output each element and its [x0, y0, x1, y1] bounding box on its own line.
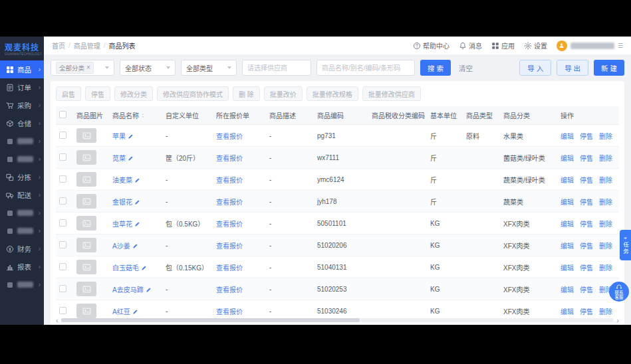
- view-quote-link[interactable]: 查看报价: [216, 133, 243, 140]
- bulk-button-1[interactable]: 停售: [85, 86, 110, 101]
- row-op-stop-sale[interactable]: 停售: [580, 286, 593, 294]
- row-op-delete[interactable]: 删除: [599, 308, 612, 316]
- row-op-stop-sale[interactable]: 停售: [580, 221, 593, 228]
- row-checkbox[interactable]: [59, 307, 66, 314]
- row-op-stop-sale[interactable]: 停售: [580, 242, 593, 250]
- product-name-link[interactable]: 虫草花: [112, 221, 132, 228]
- bulk-button-6[interactable]: 批量修改规格: [307, 86, 358, 101]
- create-button[interactable]: 新 建: [594, 60, 624, 76]
- row-op-stop-sale[interactable]: 停售: [580, 199, 593, 206]
- import-button[interactable]: 导 入: [519, 60, 551, 76]
- topbar-action-bell[interactable]: 消息: [459, 41, 482, 50]
- bulk-button-0[interactable]: 启售: [56, 86, 81, 101]
- view-quote-link[interactable]: 查看报价: [216, 177, 243, 184]
- scrollbar-track[interactable]: [61, 318, 614, 322]
- breadcrumb-item[interactable]: 商品列表: [109, 41, 136, 50]
- sidebar-item-分拣[interactable]: 分拣›: [0, 168, 44, 186]
- product-name-link[interactable]: 苹果: [112, 133, 126, 140]
- row-op-delete[interactable]: 删除: [599, 221, 612, 228]
- row-op-delete[interactable]: 删除: [599, 155, 612, 162]
- topbar-action-gear[interactable]: 设置: [524, 41, 547, 50]
- sidebar-item-blurred-12[interactable]: ›: [0, 276, 44, 294]
- row-op-stop-sale[interactable]: 停售: [580, 308, 593, 316]
- sidebar-item-blurred-4[interactable]: ›: [0, 132, 44, 150]
- row-checkbox[interactable]: [59, 241, 66, 248]
- row-op-edit[interactable]: 编辑: [561, 199, 574, 206]
- sidebar-item-采购[interactable]: 采购›: [0, 96, 44, 114]
- product-name-link[interactable]: A去皮马蹄: [112, 286, 144, 294]
- column-header-check[interactable]: [56, 106, 73, 125]
- row-checkbox[interactable]: [59, 153, 66, 161]
- row-op-edit[interactable]: 编辑: [561, 286, 574, 294]
- bulk-button-5[interactable]: 批量改价: [264, 86, 303, 101]
- user-menu[interactable]: ☰: [557, 41, 623, 51]
- row-checkbox[interactable]: [59, 132, 66, 139]
- search-button[interactable]: 搜 索: [420, 60, 451, 76]
- product-name-link[interactable]: 油麦菜: [112, 177, 132, 184]
- view-quote-link[interactable]: 查看报价: [216, 242, 243, 250]
- view-quote-link[interactable]: 查看报价: [216, 308, 243, 316]
- sidebar-item-blurred-5[interactable]: ›: [0, 150, 44, 168]
- view-quote-link[interactable]: 查看报价: [216, 199, 243, 206]
- row-op-edit[interactable]: 编辑: [561, 221, 574, 228]
- row-op-edit[interactable]: 编辑: [561, 177, 574, 184]
- row-checkbox[interactable]: [59, 263, 66, 270]
- topbar-action-apps[interactable]: 应用: [491, 41, 515, 50]
- sidebar-item-仓储[interactable]: 仓储›: [0, 114, 44, 132]
- contact-service-button[interactable]: 联系客服: [609, 282, 629, 302]
- scroll-left-icon[interactable]: ‹: [56, 317, 59, 324]
- product-name-link[interactable]: 金银花: [112, 199, 132, 206]
- category-filter[interactable]: 全部分类 ×: [51, 60, 114, 76]
- scroll-right-icon[interactable]: ›: [616, 317, 619, 324]
- supplier-input[interactable]: [242, 60, 311, 76]
- row-op-stop-sale[interactable]: 停售: [580, 133, 593, 140]
- sidebar-item-订单[interactable]: 订单›: [0, 78, 44, 96]
- topbar-action-help[interactable]: 帮助中心: [413, 41, 449, 50]
- view-quote-link[interactable]: 查看报价: [216, 221, 243, 228]
- row-op-delete[interactable]: 删除: [599, 264, 612, 272]
- clear-button[interactable]: 清空: [456, 60, 475, 76]
- row-op-stop-sale[interactable]: 停售: [580, 177, 593, 184]
- breadcrumb-item[interactable]: 商品管理: [74, 41, 100, 50]
- sidebar-item-blurred-8[interactable]: ›: [0, 204, 44, 222]
- row-checkbox[interactable]: [59, 285, 66, 292]
- breadcrumb-item[interactable]: 首页: [52, 41, 65, 50]
- scrollbar-thumb[interactable]: [61, 318, 360, 322]
- row-op-edit[interactable]: 编辑: [561, 133, 574, 140]
- sidebar-item-报表[interactable]: 报表›: [0, 258, 44, 276]
- row-op-edit[interactable]: 编辑: [561, 155, 574, 162]
- keyword-input[interactable]: [316, 60, 415, 76]
- sidebar-item-配送[interactable]: 配送›: [0, 186, 44, 204]
- row-op-delete[interactable]: 删除: [599, 177, 612, 184]
- row-op-edit[interactable]: 编辑: [561, 242, 574, 250]
- sidebar-item-商品[interactable]: 商品›: [0, 60, 44, 78]
- product-name-link[interactable]: 苋菜: [112, 155, 126, 162]
- sidebar-item-财务[interactable]: 财务›: [0, 240, 44, 258]
- row-op-edit[interactable]: 编辑: [561, 264, 574, 272]
- tag-close-icon[interactable]: ×: [86, 64, 90, 71]
- row-op-stop-sale[interactable]: 停售: [580, 264, 593, 272]
- bulk-button-7[interactable]: 批量修改供应商: [362, 86, 421, 101]
- product-name-link[interactable]: 白玉菇毛: [112, 264, 139, 272]
- sidebar-item-blurred-9[interactable]: ›: [0, 222, 44, 240]
- product-name-link[interactable]: A红豆: [112, 308, 130, 316]
- row-checkbox[interactable]: [59, 175, 66, 183]
- type-filter[interactable]: 全部类型: [181, 60, 237, 76]
- view-quote-link[interactable]: 查看报价: [216, 155, 243, 162]
- row-op-delete[interactable]: 删除: [599, 199, 612, 206]
- row-op-delete[interactable]: 删除: [599, 242, 612, 250]
- bulk-button-4[interactable]: 删 除: [233, 86, 260, 101]
- select-all-checkbox[interactable]: [59, 111, 66, 118]
- task-panel-tab[interactable]: « 任务: [620, 230, 631, 260]
- bulk-button-3[interactable]: 修改供应商协作模式: [157, 86, 229, 101]
- view-quote-link[interactable]: 查看报价: [216, 286, 243, 294]
- row-checkbox[interactable]: [59, 197, 66, 205]
- bulk-button-2[interactable]: 修改分类: [114, 86, 153, 101]
- product-name-link[interactable]: A沙姜: [112, 242, 130, 250]
- row-op-delete[interactable]: 删除: [599, 133, 612, 140]
- export-button[interactable]: 导 出: [557, 60, 588, 76]
- view-quote-link[interactable]: 查看报价: [216, 264, 243, 272]
- row-op-stop-sale[interactable]: 停售: [580, 155, 593, 162]
- row-checkbox[interactable]: [59, 219, 66, 227]
- row-op-edit[interactable]: 编辑: [561, 308, 574, 316]
